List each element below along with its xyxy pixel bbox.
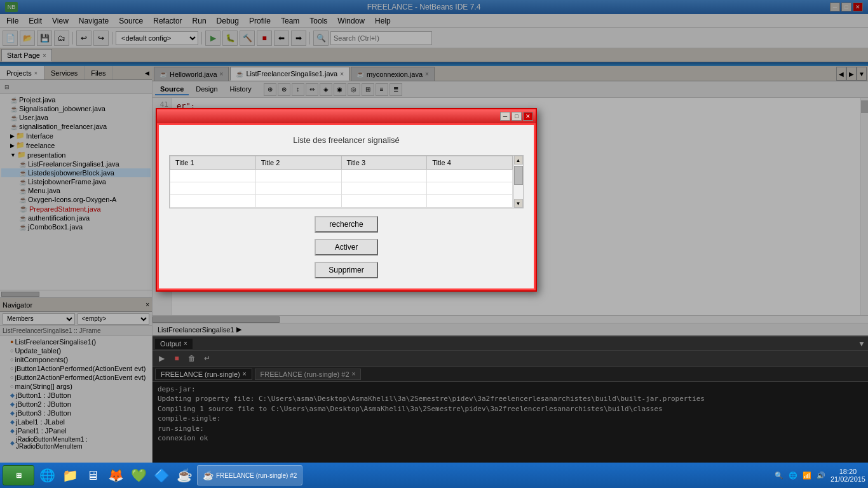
start-button[interactable]: ⊞ xyxy=(3,465,34,485)
modal-table: Title 1 Title 2 Title 3 Title 4 xyxy=(170,156,513,208)
tray-icon-1[interactable]: 🔍 xyxy=(775,471,783,480)
modal-overlay: ─ □ ✕ Liste des freelancer signalisé Tit… xyxy=(0,0,868,488)
modal-button-row: recherche Activer Supprimer xyxy=(169,216,524,278)
cell-1-1 xyxy=(170,170,256,182)
tray-icon-3[interactable]: 📶 xyxy=(803,471,811,480)
recherche-button[interactable]: recherche xyxy=(315,216,378,233)
cell-1-4 xyxy=(427,170,513,182)
cell-2-3 xyxy=(341,182,427,195)
taskbar-java-icon[interactable]: ☕ xyxy=(174,465,194,485)
table-row-3[interactable] xyxy=(170,195,513,208)
taskbar-ie-icon[interactable]: 🌐 xyxy=(37,465,57,485)
supprimer-button[interactable]: Supprimer xyxy=(315,262,378,278)
modal-title-bar: ─ □ ✕ xyxy=(157,109,536,123)
taskbar-folder-icon[interactable]: 📁 xyxy=(60,465,80,485)
col-header-3: Title 3 xyxy=(341,156,427,170)
system-time: 18:20 21/02/2015 xyxy=(831,468,865,483)
table-row-2[interactable] xyxy=(170,182,513,195)
tray-icon-2[interactable]: 🌐 xyxy=(789,471,797,480)
col-header-4: Title 4 xyxy=(427,156,513,170)
cell-1-2 xyxy=(255,170,341,182)
cell-3-3 xyxy=(341,195,427,208)
table-scrollbar[interactable]: ▲ ▼ xyxy=(513,156,523,208)
scroll-up-arrow[interactable]: ▲ xyxy=(514,156,523,165)
taskbar-freelance-btn[interactable]: ☕ FREELANCE (run-single) #2 xyxy=(197,465,302,485)
modal-content: Liste des freelancer signalisé Title 1 T… xyxy=(159,125,534,288)
start-label: ⊞ xyxy=(16,471,22,480)
cell-2-1 xyxy=(170,182,256,195)
modal-title-text: Liste des freelancer signalisé xyxy=(293,135,400,145)
modal-table-wrapper: Title 1 Title 2 Title 3 Title 4 xyxy=(169,155,524,208)
cell-2-2 xyxy=(255,182,341,195)
date-display: 21/02/2015 xyxy=(831,475,865,483)
cell-1-3 xyxy=(341,170,427,182)
col-header-2: Title 2 xyxy=(255,156,341,170)
taskbar-blue-icon[interactable]: 🔷 xyxy=(151,465,172,485)
col-header-1: Title 1 xyxy=(170,156,256,170)
cell-3-4 xyxy=(427,195,513,208)
modal-minimize-btn[interactable]: ─ xyxy=(500,112,510,121)
cell-3-2 xyxy=(255,195,341,208)
system-tray: 🔍 🌐 📶 🔊 18:20 21/02/2015 xyxy=(775,468,865,483)
tray-icon-4[interactable]: 🔊 xyxy=(817,471,825,480)
scroll-down-arrow[interactable]: ▼ xyxy=(514,199,523,208)
taskbar-monitor-icon[interactable]: 🖥 xyxy=(83,465,103,485)
taskbar-greenbox-icon[interactable]: 💚 xyxy=(128,465,149,485)
cell-3-1 xyxy=(170,195,256,208)
table-row-1[interactable] xyxy=(170,170,513,182)
cell-2-4 xyxy=(427,182,513,195)
scroll-track[interactable] xyxy=(513,165,524,199)
taskbar-firefox-icon[interactable]: 🦊 xyxy=(105,465,126,485)
scroll-thumb[interactable] xyxy=(514,166,523,185)
activer-button[interactable]: Activer xyxy=(315,239,378,255)
modal-maximize-btn[interactable]: □ xyxy=(512,112,522,121)
modal-dialog: ─ □ ✕ Liste des freelancer signalisé Tit… xyxy=(156,108,537,292)
modal-close-btn[interactable]: ✕ xyxy=(523,112,533,121)
taskbar: ⊞ 🌐 📁 🖥 🦊 💚 🔷 ☕ ☕ FREELANCE (run-single)… xyxy=(0,463,868,488)
time-display: 18:20 xyxy=(831,468,865,475)
taskbar-freelance-label: FREELANCE (run-single) #2 xyxy=(216,472,297,479)
